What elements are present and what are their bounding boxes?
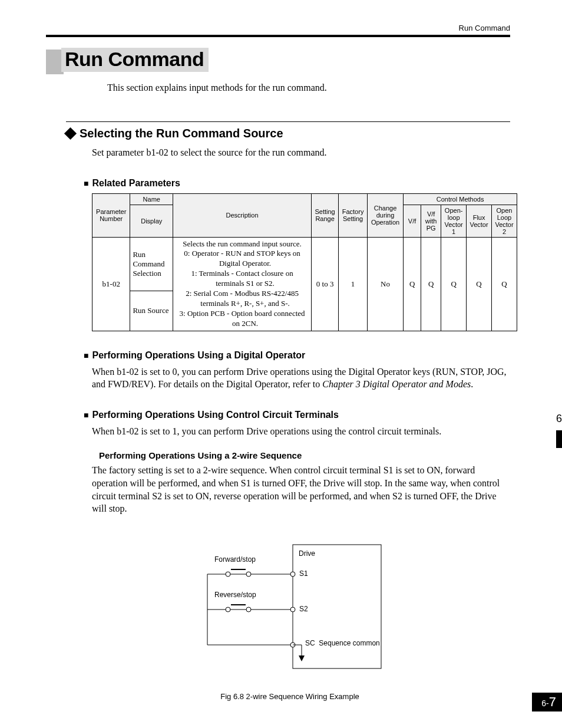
terminals-heading: Performing Operations Using Control Circ… (84, 410, 534, 420)
twowire-heading: Performing Operations Using a 2-wire Seq… (99, 450, 534, 460)
digital-op-body: When b1-02 is set to 0, you can perform … (92, 365, 510, 391)
col-desc: Description (173, 193, 312, 237)
col-olv2: Open Loop Vector 2 (492, 205, 517, 237)
label-sc: SC Sequence common (305, 639, 380, 647)
cell-vf: Q (404, 237, 421, 331)
label-s1: S1 (299, 569, 308, 578)
intro-text: This section explains input methods for … (107, 83, 534, 93)
cell-display: Run Source (130, 291, 173, 331)
col-control-methods: Control Methods (404, 193, 517, 205)
cell-param: b1-02 (92, 237, 130, 331)
svg-point-3 (246, 572, 251, 577)
section-body: Set parameter b1-02 to select the source… (92, 146, 510, 159)
cell-range: 0 to 3 (312, 237, 339, 331)
col-name: Name (130, 193, 173, 205)
label-forward: Forward/stop (214, 555, 256, 564)
running-header: Run Command (46, 24, 534, 32)
section-rule (66, 121, 510, 122)
svg-marker-15 (299, 655, 305, 661)
figure-caption: Fig 6.8 2-wire Sequence Wiring Example (46, 692, 534, 701)
cell-change: No (367, 237, 403, 331)
col-change: Change during Operation (367, 193, 403, 237)
cell-factory: 1 (339, 237, 368, 331)
svg-point-5 (290, 572, 295, 577)
label-reverse: Reverse/stop (214, 591, 256, 599)
cell-flux: Q (467, 237, 492, 331)
parameters-table: Parameter Number Name Description Settin… (92, 193, 517, 331)
svg-point-10 (290, 607, 295, 612)
page-number: 6-7 (532, 693, 562, 711)
label-drive: Drive (299, 549, 315, 558)
col-factory: Factory Setting (339, 193, 368, 237)
section-heading: Selecting the Run Command Source (80, 127, 283, 140)
col-range: Setting Range (312, 193, 339, 237)
label-s2: S2 (299, 605, 308, 613)
twowire-body: The factory setting is set to a 2-wire s… (92, 464, 510, 515)
cell-name: Run Command Selection (130, 237, 173, 291)
cell-desc: Selects the run command input source. 0:… (173, 237, 312, 331)
col-param: Parameter Number (92, 193, 130, 237)
table-row: b1-02 Run Command Selection Selects the … (92, 237, 517, 291)
svg-point-2 (226, 572, 230, 577)
col-vfpg: V/f with PG (421, 205, 441, 237)
wiring-diagram: Forward/stop Reverse/stop Drive S1 S2 SC… (190, 533, 390, 686)
side-tab (556, 430, 562, 448)
svg-point-8 (246, 607, 251, 612)
cell-olv2: Q (492, 237, 517, 331)
col-display: Display (130, 205, 173, 237)
page-title: Run Command (65, 48, 204, 70)
col-olv: Open-loop Vector 1 (441, 205, 467, 237)
top-rule (46, 35, 510, 37)
col-flux: Flux Vector (467, 205, 492, 237)
side-section-number: 6 (556, 413, 562, 425)
svg-point-7 (226, 607, 230, 612)
col-vf: V/f (404, 205, 421, 237)
diamond-icon (64, 127, 77, 140)
cell-vfpg: Q (421, 237, 441, 331)
terminals-body: When b1-02 is set to 1, you can perform … (92, 425, 510, 438)
digital-op-heading: Performing Operations Using a Digital Op… (84, 350, 534, 361)
cell-olv: Q (441, 237, 467, 331)
related-params-heading: Related Parameters (84, 178, 534, 189)
